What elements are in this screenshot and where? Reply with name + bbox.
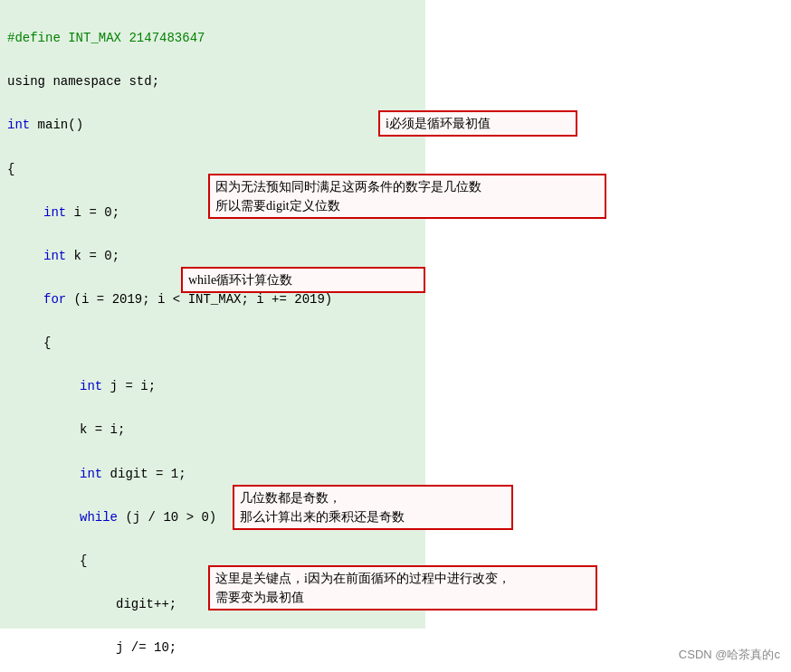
- brand-text: CSDN @哈茶真的c: [679, 648, 780, 661]
- annotation-odd: 几位数都是奇数，那么计算出来的乘积还是奇数: [233, 485, 513, 530]
- annotation-key-point: 这里是关键点，i因为在前面循环的过程中进行改变，需要变为最初值: [208, 565, 597, 610]
- code-line-15: j /= 10;: [7, 637, 784, 658]
- annotation-odd-text: 几位数都是奇数，那么计算出来的乘积还是奇数: [240, 491, 405, 524]
- code-line-11: int digit = 1;: [7, 463, 784, 485]
- annotation-while: while循环计算位数: [181, 267, 425, 293]
- annotation-key-point-text: 这里是关键点，i因为在前面循环的过程中进行改变，需要变为最初值: [215, 572, 510, 604]
- code-line-1: #define INT_MAX 2147483647: [7, 27, 784, 49]
- code-line-6: int k = 0;: [7, 245, 784, 267]
- annotation-loop-init-text: i必须是循环最初值: [386, 117, 491, 130]
- annotation-digit: 因为无法预知同时满足这两条件的数字是几位数所以需要digit定义位数: [208, 174, 606, 219]
- code-line-10: k = i;: [7, 419, 784, 440]
- annotation-digit-text: 因为无法预知同时满足这两条件的数字是几位数所以需要digit定义位数: [215, 180, 481, 213]
- annotation-while-text: while循环计算位数: [188, 273, 292, 287]
- footer-brand: CSDN @哈茶真的c: [679, 647, 780, 663]
- code-area: #define INT_MAX 2147483647 using namespa…: [0, 0, 791, 672]
- code-line-2: using namespace std;: [7, 71, 784, 92]
- annotation-loop-init: i必须是循环最初值: [378, 110, 577, 137]
- code-line-9: int j = i;: [7, 375, 784, 397]
- code-line-8: {: [7, 332, 784, 354]
